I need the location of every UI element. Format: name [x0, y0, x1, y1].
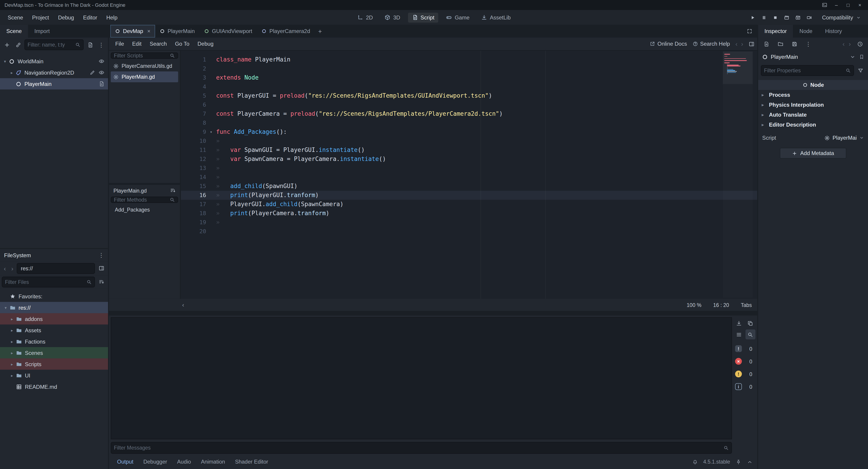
fs-item-readme-md[interactable]: README.md [0, 381, 108, 393]
instance-scene-button[interactable] [13, 40, 23, 50]
distraction-free-button[interactable] [744, 26, 755, 37]
history-back-button[interactable]: ‹ [735, 40, 737, 48]
eye-icon[interactable] [99, 70, 104, 75]
pause-button[interactable] [758, 12, 770, 23]
filter-messages-input[interactable] [114, 445, 721, 450]
output-filter-error[interactable]: ×0 [734, 357, 755, 366]
console-toggle-button[interactable] [819, 1, 830, 9]
inspector-forward-button[interactable]: › [849, 40, 851, 48]
tree-collapsed-arrow[interactable]: ▸ [9, 350, 15, 355]
scene-tab-guiandviewport[interactable]: GUIAndViewport [199, 25, 257, 37]
caret-position[interactable]: 16 : 20 [713, 302, 729, 308]
zoom-level[interactable]: 100 % [687, 302, 701, 308]
code-line-17[interactable]: 17»PlayerGUI.add_child(SpawnCamera) [181, 200, 757, 209]
inspector-section-node[interactable]: Node [758, 80, 868, 90]
fs-item-res[interactable]: ▾res:// [0, 302, 108, 313]
scene-tree-options-button[interactable]: ⋮ [96, 40, 106, 50]
output-filter-warning[interactable]: !0 [734, 369, 755, 379]
inspector-tab-inspector[interactable]: Inspector [758, 25, 793, 37]
chevron-down-icon[interactable] [850, 54, 855, 60]
add-node-button[interactable] [2, 40, 12, 50]
make-floating-button[interactable] [749, 41, 754, 47]
fs-item-assets[interactable]: ▸Assets [0, 324, 108, 336]
code-line-7[interactable]: 7const PlayerCamera = preload("res://Sce… [181, 110, 757, 119]
inspector-tab-history[interactable]: History [819, 25, 848, 37]
fold-arrow-icon[interactable]: ▾ [206, 127, 216, 136]
tree-collapsed-arrow[interactable]: ▸ [8, 70, 15, 75]
code-line-15[interactable]: 15»add_child(SpawnGUI) [181, 182, 757, 191]
workspace-3d[interactable]: 3D [380, 12, 404, 22]
fs-item-addons[interactable]: ▸addons [0, 313, 108, 324]
window-minimize-button[interactable]: – [831, 1, 842, 9]
code-line-20[interactable]: 20 [181, 227, 757, 236]
workspace-game[interactable]: Game [442, 12, 473, 22]
code-line-1[interactable]: 1class_name PlayerMain [181, 55, 757, 64]
bottom-panel-splitter[interactable] [109, 311, 757, 315]
code-line-10[interactable]: 10» [181, 136, 757, 146]
minimap[interactable] [723, 52, 753, 298]
code-editor[interactable]: 1class_name PlayerMain23extends Node45co… [180, 51, 757, 299]
scene-tab-playercamera2d[interactable]: PlayerCamera2d [257, 25, 314, 37]
editable-icon[interactable] [90, 70, 95, 75]
inspector-category-process[interactable]: ▸Process [758, 90, 868, 100]
fs-item-factions[interactable]: ▸Factions [0, 336, 108, 347]
online-docs-button[interactable]: Online Docs [650, 41, 687, 47]
bookmark-icon[interactable] [859, 54, 864, 60]
filter-methods-input[interactable] [114, 197, 168, 202]
dock-tab-scene[interactable]: Scene [0, 25, 28, 37]
renderer-dropdown[interactable]: Compatibility [818, 12, 864, 22]
code-line-9[interactable]: 9▾func Add_Packages(): [181, 127, 757, 136]
script-menu-debug[interactable]: Debug [194, 39, 217, 49]
method-add-packages[interactable]: Add_Packages [111, 205, 178, 215]
new-resource-button[interactable] [761, 39, 771, 49]
show-search-button[interactable] [745, 330, 755, 340]
tree-expanded-arrow[interactable]: ▾ [2, 59, 8, 64]
play-custom-scene-button[interactable] [792, 12, 804, 23]
fs-forward-button[interactable]: › [9, 263, 16, 273]
workspace-2d[interactable]: 2D [353, 12, 377, 22]
dock-tab-import[interactable]: Import [28, 25, 56, 37]
indent-type[interactable]: Tabs [741, 302, 752, 308]
engine-version[interactable]: 4.5.1.stable [703, 459, 730, 465]
inspector-tab-node[interactable]: Node [793, 25, 819, 37]
script-menu-edit[interactable]: Edit [129, 39, 145, 49]
search-help-button[interactable]: Search Help [692, 41, 730, 47]
code-line-16[interactable]: 16»print(PlayerGUI.tranform) [181, 191, 757, 200]
workspace-script[interactable]: Script [408, 12, 438, 22]
tree-collapsed-arrow[interactable]: ▸ [9, 328, 15, 333]
menu-scene[interactable]: Scene [4, 12, 27, 22]
tree-collapsed-arrow[interactable]: ▸ [9, 317, 15, 321]
code-line-8[interactable]: 8 [181, 119, 757, 127]
scene-node-navigationregion2d[interactable]: ▸NavigationRegion2D [0, 67, 108, 78]
eye-icon[interactable] [99, 58, 104, 64]
method-sort-button[interactable] [168, 186, 178, 196]
script-list-splitter[interactable] [109, 183, 180, 185]
output-filter-log[interactable]: !0 [734, 344, 755, 353]
new-scene-tab-button[interactable]: + [315, 26, 326, 37]
code-line-18[interactable]: 18»print(PlayerCamera.tranform) [181, 209, 757, 218]
code-line-19[interactable]: 19» [181, 218, 757, 227]
output-filter-info[interactable]: i0 [734, 382, 755, 392]
code-line-11[interactable]: 11»var SpawnGUI = PlayerGUI.instantiate(… [181, 146, 757, 155]
scene-tab-devmap[interactable]: DevMap× [110, 25, 155, 37]
code-line-2[interactable]: 2 [181, 64, 757, 73]
script-menu-go-to[interactable]: Go To [172, 39, 193, 49]
fs-filter-input[interactable] [5, 279, 85, 285]
tree-collapsed-arrow[interactable]: ▸ [9, 362, 15, 366]
window-close-button[interactable]: × [855, 1, 865, 9]
fs-item-ui[interactable]: ▸UI [0, 370, 108, 381]
add-metadata-button[interactable]: Add Metadata [780, 148, 846, 159]
menu-project[interactable]: Project [28, 12, 53, 22]
bottom-tab-debugger[interactable]: Debugger [140, 457, 171, 467]
output-log[interactable] [111, 317, 732, 439]
code-line-12[interactable]: 12»var SpawnCamera = PlayerCamera.instan… [181, 155, 757, 164]
code-line-4[interactable]: 4 [181, 82, 757, 91]
copy-log-button[interactable] [745, 318, 755, 328]
scene-node-worldmain[interactable]: ▾WorldMain [0, 56, 108, 67]
script-item-playermain-gd[interactable]: PlayerMain.gd [111, 71, 178, 82]
tab-close-icon[interactable]: × [147, 28, 150, 34]
bottom-tab-shader-editor[interactable]: Shader Editor [231, 457, 272, 467]
toggle-scripts-panel-button[interactable]: ‹ [182, 302, 184, 308]
code-line-13[interactable]: 13» [181, 164, 757, 173]
save-resource-button[interactable] [789, 39, 799, 49]
